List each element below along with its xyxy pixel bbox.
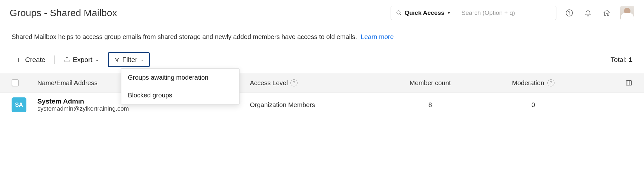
help-icon[interactable]: ? [290, 79, 298, 86]
quick-access-label: Quick Access [404, 9, 444, 16]
filter-option-awaiting-moderation[interactable]: Groups awaiting moderation [121, 69, 239, 86]
svg-point-3 [569, 14, 569, 15]
table-header: Name/Email Address Access Level ? Member… [0, 73, 644, 93]
description-row: Shared Mailbox helps to access group ema… [0, 26, 644, 44]
create-label: Create [25, 56, 45, 64]
column-header-count[interactable]: Member count [379, 79, 482, 87]
row-email: systemadmin@zylkertraining.com [37, 105, 250, 112]
chevron-down-icon: ⌄ [95, 57, 99, 62]
svg-point-0 [397, 11, 400, 14]
learn-more-link[interactable]: Learn more [361, 33, 393, 40]
table-row[interactable]: SA System Admin systemadmin@zylkertraini… [0, 93, 644, 117]
toolbar-separator [54, 55, 55, 64]
avatar[interactable] [620, 6, 634, 20]
export-label: Export [73, 56, 92, 64]
caret-down-icon: ▼ [447, 11, 451, 15]
help-icon[interactable]: ? [547, 79, 554, 86]
filter-icon [114, 57, 120, 63]
svg-rect-4 [626, 81, 632, 85]
row-moderation: 0 [482, 101, 585, 109]
home-button[interactable] [601, 7, 612, 19]
total-count: Total: 1 [611, 56, 632, 64]
column-header-moderation[interactable]: Moderation [512, 79, 544, 87]
description-text: Shared Mailbox helps to access group ema… [12, 33, 357, 40]
chevron-down-icon: ⌄ [140, 57, 144, 62]
total-value: 1 [629, 56, 632, 63]
quick-search-box: Quick Access ▼ [391, 6, 556, 20]
filter-button[interactable]: Filter ⌄ [108, 52, 150, 67]
column-settings-icon[interactable] [625, 79, 632, 86]
quick-access-button[interactable]: Quick Access ▼ [391, 6, 456, 20]
notifications-button[interactable] [582, 7, 594, 19]
page-title: Groups - Shared Mailbox [10, 7, 117, 18]
plus-icon: ＋ [15, 56, 23, 64]
help-button[interactable] [564, 7, 575, 19]
select-all-checkbox[interactable] [12, 79, 19, 86]
filter-option-blocked-groups[interactable]: Blocked groups [121, 86, 239, 104]
search-input[interactable] [456, 6, 556, 20]
row-access-level: Organization Members [250, 101, 379, 109]
help-icon [565, 9, 573, 17]
create-button[interactable]: ＋ Create [12, 54, 49, 65]
total-label: Total: [611, 56, 627, 63]
svg-line-1 [400, 14, 401, 15]
export-button[interactable]: Export ⌄ [61, 54, 102, 65]
filter-dropdown: Groups awaiting moderation Blocked group… [121, 68, 240, 104]
bell-icon [584, 9, 592, 17]
export-icon [64, 56, 70, 63]
home-icon [603, 9, 611, 17]
top-bar: Groups - Shared Mailbox Quick Access ▼ [0, 0, 644, 26]
filter-label: Filter [122, 56, 137, 64]
row-member-count: 8 [379, 101, 482, 109]
search-icon [396, 10, 402, 16]
row-avatar: SA [12, 97, 26, 112]
column-header-access[interactable]: Access Level [250, 79, 288, 87]
toolbar: ＋ Create Export ⌄ Filter ⌄ Total: 1 Grou… [0, 44, 644, 73]
